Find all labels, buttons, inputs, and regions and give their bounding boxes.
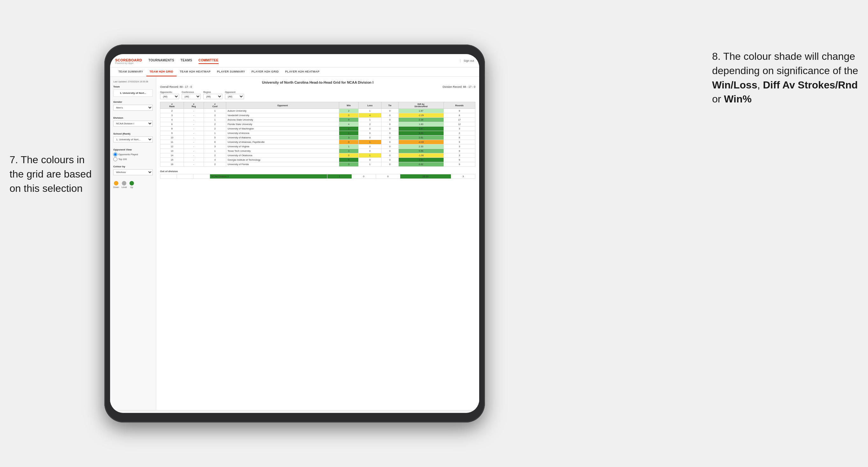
cell-tie: 0 (381, 145, 398, 149)
cell-reg: - (184, 109, 204, 113)
cell-tie: 0 (381, 153, 398, 158)
opponents-filter: Opponents: (All) (160, 91, 179, 99)
legend-level-dot (122, 181, 126, 185)
filter-row: Opponents: (All) Conference (All) Region (160, 91, 475, 99)
cell-rank: 3 (160, 113, 184, 118)
cell-rounds: 8 (443, 113, 475, 118)
cell-win: 0 (339, 113, 359, 118)
cell-reg: - (184, 140, 204, 145)
table-row: 6 - 2 Florida State University 4 2 0 1.8… (160, 122, 475, 127)
division-section: Division NCAA Division I (113, 117, 153, 128)
subnav-team-h2h-grid[interactable]: TEAM H2H GRID (146, 67, 177, 76)
cell-loss: 1 (359, 118, 381, 122)
cell-diff: -2.29 (398, 113, 443, 118)
cell-tie: 0 (381, 118, 398, 122)
grid-title: University of North Carolina Head-to-Hea… (160, 81, 475, 84)
cell-reg: - (184, 127, 204, 131)
table-row: 12 - 3 University of Virginia 1 0 0 2.33… (160, 145, 475, 149)
cell-diff: 2.33 (398, 145, 443, 149)
opponent-view-section: Opponent View Opponents Played Top 100 (113, 148, 153, 161)
cell-reg: - (184, 122, 204, 127)
cell-conf: 1 (204, 131, 226, 135)
cell-conf: 1 (204, 109, 226, 113)
subnav-player-h2h-grid[interactable]: PLAYER H2H GRID (248, 67, 282, 76)
cell-rounds: 3 (443, 127, 475, 131)
nav-tournaments[interactable]: TOURNAMENTS (148, 57, 174, 64)
cell-conf: 5 (204, 135, 226, 140)
nav-committee[interactable]: COMMITTEE (198, 57, 219, 64)
cell-loss: 0 (359, 127, 381, 131)
cell-diff: 9.00 (398, 131, 443, 135)
subnav-team-h2h-heatmap[interactable]: TEAM H2H HEATMAP (177, 67, 214, 76)
cell-win: 3 (339, 135, 359, 140)
subnav-player-summary[interactable]: PLAYER SUMMARY (214, 67, 248, 76)
cell-reg: - (184, 113, 204, 118)
cell-loss: 1 (359, 153, 381, 158)
opponent-select[interactable]: (All) (225, 94, 244, 99)
col-rounds: Rounds (443, 102, 475, 109)
region-filter-label: Region (203, 91, 222, 93)
gender-label: Gender (113, 100, 153, 103)
table-row: 10 - 5 University of Alabama 3 0 0 2.61 … (160, 135, 475, 140)
cell-tie: 0 (381, 113, 398, 118)
colour-by-select[interactable]: Win/loss (113, 169, 153, 175)
division-select[interactable]: NCAA Division I (113, 121, 153, 127)
cell-win: 5 (339, 118, 359, 122)
opponent-filter-label: Opponent (225, 91, 244, 93)
table-header-row: #Rank #Reg #Conf Opponent Win Loss Tie D… (160, 102, 475, 109)
radio-top100[interactable]: Top 100 (113, 157, 153, 161)
cell-win: 3 (339, 162, 359, 167)
nav-teams[interactable]: TEAMS (180, 57, 192, 64)
legend-up-dot (129, 181, 134, 185)
cell-opponent: University of Virginia (226, 145, 339, 149)
cell-rounds: 8 (443, 135, 475, 140)
cell-diff: 3.67 (398, 127, 443, 131)
out-of-division-row: NCAA Division II 1 0 0 26.00 3 (160, 174, 475, 179)
cell-diff: 6.62 (398, 162, 443, 167)
h2h-grid-table: #Rank #Reg #Conf Opponent Win Loss Tie D… (160, 102, 475, 167)
cell-reg: - (184, 131, 204, 135)
app-header: SCOREBOARD Powered by clippd TOURNAMENTS… (110, 54, 479, 67)
col-tie: Tie (381, 102, 398, 109)
cell-diff: 1.83 (398, 122, 443, 127)
ood-diff: 26.00 (400, 174, 451, 179)
bottom-toolbar: ↩ ↪ ⟩ ⊞ ⊟ — ⏱ View: Original Watch ▾ 💬 S… (110, 410, 479, 413)
table-row: 9 - 1 University of Arizona 1 0 0 9.00 2 (160, 131, 475, 135)
cell-win: 4 (339, 122, 359, 127)
right-panel: University of North Carolina Head-to-Hea… (156, 77, 479, 410)
sign-out-btn[interactable]: Sign out (460, 59, 474, 62)
team-section: Team 1. University of Nort... (113, 85, 153, 97)
region-select[interactable]: (All) (203, 94, 222, 99)
conference-select[interactable]: (All) (182, 94, 201, 99)
cell-tie: 0 (381, 140, 398, 145)
cell-reg: - (184, 149, 204, 153)
cell-conf: 2 (204, 153, 226, 158)
gender-select[interactable]: Men's (113, 105, 153, 111)
school-rank-select[interactable]: 1. University of Nort... (113, 136, 153, 143)
table-row: 11 - 6 University of Arkansas, Fayettevi… (160, 140, 475, 145)
tablet-frame: SCOREBOARD Powered by clippd TOURNAMENTS… (104, 44, 485, 423)
col-diff: Diff AvStrokes/Rnd (398, 102, 443, 109)
tablet-screen: SCOREBOARD Powered by clippd TOURNAMENTS… (110, 54, 479, 413)
cell-loss: 0 (359, 158, 381, 162)
opponents-select[interactable]: (All) (160, 94, 179, 99)
table-row: 8 - 2 University of Washington 1 0 0 3.6… (160, 127, 475, 131)
subnav-team-summary[interactable]: TEAM SUMMARY (115, 67, 146, 76)
cell-loss: 1 (359, 162, 381, 167)
col-rank: #Rank (160, 102, 184, 109)
cell-win: 2 (339, 109, 359, 113)
cell-reg: - (184, 153, 204, 158)
cell-tie: 0 (381, 158, 398, 162)
cell-win: 3 (339, 149, 359, 153)
opponent-view-label: Opponent View (113, 148, 153, 151)
cell-conf: 2 (204, 162, 226, 167)
cell-rank: 6 (160, 122, 184, 127)
cell-opponent: University of Alabama (226, 135, 339, 140)
cell-conf: 1 (204, 149, 226, 153)
legend-down: Down (113, 181, 119, 188)
cell-rounds: 9 (443, 149, 475, 153)
toolbar-divider (169, 413, 169, 413)
cell-loss: 2 (359, 122, 381, 127)
radio-opponents-played[interactable]: Opponents Played (113, 152, 153, 157)
subnav-player-h2h-heatmap[interactable]: PLAYER H2H HEATMAP (282, 67, 323, 76)
